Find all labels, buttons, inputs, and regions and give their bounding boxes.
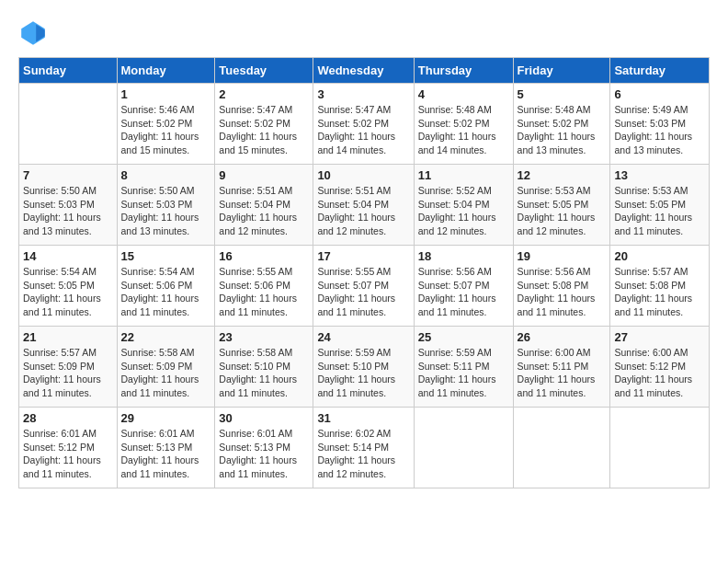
day-number: 23: [219, 330, 309, 344]
day-info: Sunrise: 5:58 AMSunset: 5:10 PMDaylight:…: [219, 346, 309, 400]
day-number: 31: [317, 411, 409, 425]
day-number: 1: [121, 87, 211, 101]
day-info: Sunrise: 5:54 AMSunset: 5:05 PMDaylight:…: [23, 265, 113, 319]
week-row-5: 28Sunrise: 6:01 AMSunset: 5:12 PMDayligh…: [19, 408, 710, 488]
day-cell: [414, 408, 513, 488]
day-cell: 4Sunrise: 5:48 AMSunset: 5:02 PMDaylight…: [414, 84, 513, 165]
day-number: 7: [23, 168, 113, 182]
day-cell: 6Sunrise: 5:49 AMSunset: 5:03 PMDaylight…: [610, 84, 710, 165]
day-info: Sunrise: 5:59 AMSunset: 5:11 PMDaylight:…: [418, 346, 509, 400]
day-info: Sunrise: 5:57 AMSunset: 5:08 PMDaylight:…: [614, 265, 705, 319]
weekday-row: SundayMondayTuesdayWednesdayThursdayFrid…: [19, 58, 710, 84]
day-info: Sunrise: 5:48 AMSunset: 5:02 PMDaylight:…: [518, 103, 607, 157]
day-info: Sunrise: 6:02 AMSunset: 5:14 PMDaylight:…: [317, 427, 409, 481]
day-cell: 1Sunrise: 5:46 AMSunset: 5:02 PMDaylight…: [117, 84, 215, 165]
day-number: 27: [614, 330, 705, 344]
day-number: 6: [614, 87, 705, 101]
day-number: 18: [418, 249, 509, 263]
weekday-header-friday: Friday: [513, 58, 610, 84]
day-info: Sunrise: 5:51 AMSunset: 5:04 PMDaylight:…: [317, 184, 409, 238]
day-number: 11: [418, 168, 509, 182]
day-number: 12: [518, 168, 607, 182]
day-cell: 9Sunrise: 5:51 AMSunset: 5:04 PMDaylight…: [215, 165, 313, 246]
day-cell: 30Sunrise: 6:01 AMSunset: 5:13 PMDayligh…: [215, 408, 313, 488]
day-cell: 25Sunrise: 5:59 AMSunset: 5:11 PMDayligh…: [414, 327, 513, 408]
day-cell: 17Sunrise: 5:55 AMSunset: 5:07 PMDayligh…: [313, 246, 414, 327]
day-number: 20: [614, 249, 705, 263]
day-info: Sunrise: 5:49 AMSunset: 5:03 PMDaylight:…: [614, 103, 705, 157]
day-info: Sunrise: 6:00 AMSunset: 5:12 PMDaylight:…: [614, 346, 705, 400]
day-cell: 22Sunrise: 5:58 AMSunset: 5:09 PMDayligh…: [117, 327, 215, 408]
day-info: Sunrise: 6:01 AMSunset: 5:13 PMDaylight:…: [121, 427, 211, 481]
calendar-table: SundayMondayTuesdayWednesdayThursdayFrid…: [18, 57, 710, 488]
day-number: 28: [23, 411, 113, 425]
day-cell: [610, 408, 710, 488]
day-cell: 14Sunrise: 5:54 AMSunset: 5:05 PMDayligh…: [19, 246, 118, 327]
day-number: 29: [121, 411, 211, 425]
day-number: 25: [418, 330, 509, 344]
week-row-1: 1Sunrise: 5:46 AMSunset: 5:02 PMDaylight…: [19, 84, 710, 165]
day-info: Sunrise: 6:01 AMSunset: 5:13 PMDaylight:…: [219, 427, 309, 481]
day-info: Sunrise: 5:54 AMSunset: 5:06 PMDaylight:…: [121, 265, 211, 319]
day-number: 9: [219, 168, 309, 182]
calendar-body: 1Sunrise: 5:46 AMSunset: 5:02 PMDaylight…: [19, 84, 710, 488]
weekday-header-saturday: Saturday: [610, 58, 710, 84]
weekday-header-monday: Monday: [117, 58, 215, 84]
day-number: 30: [219, 411, 309, 425]
day-cell: 15Sunrise: 5:54 AMSunset: 5:06 PMDayligh…: [117, 246, 215, 327]
day-cell: 26Sunrise: 6:00 AMSunset: 5:11 PMDayligh…: [513, 327, 610, 408]
logo-icon: [18, 18, 48, 48]
day-info: Sunrise: 6:01 AMSunset: 5:12 PMDaylight:…: [23, 427, 113, 481]
day-info: Sunrise: 5:53 AMSunset: 5:05 PMDaylight:…: [614, 184, 705, 238]
day-cell: 7Sunrise: 5:50 AMSunset: 5:03 PMDaylight…: [19, 165, 118, 246]
day-number: 8: [121, 168, 211, 182]
day-cell: 31Sunrise: 6:02 AMSunset: 5:14 PMDayligh…: [313, 408, 414, 488]
day-info: Sunrise: 5:46 AMSunset: 5:02 PMDaylight:…: [121, 103, 211, 157]
day-info: Sunrise: 5:59 AMSunset: 5:10 PMDaylight:…: [317, 346, 409, 400]
day-cell: 18Sunrise: 5:56 AMSunset: 5:07 PMDayligh…: [414, 246, 513, 327]
day-info: Sunrise: 6:00 AMSunset: 5:11 PMDaylight:…: [518, 346, 607, 400]
day-info: Sunrise: 5:56 AMSunset: 5:07 PMDaylight:…: [418, 265, 509, 319]
day-info: Sunrise: 5:48 AMSunset: 5:02 PMDaylight:…: [418, 103, 509, 157]
day-number: 19: [518, 249, 607, 263]
day-number: 13: [614, 168, 705, 182]
day-number: 22: [121, 330, 211, 344]
day-cell: 3Sunrise: 5:47 AMSunset: 5:02 PMDaylight…: [313, 84, 414, 165]
page: SundayMondayTuesdayWednesdayThursdayFrid…: [0, 0, 728, 563]
day-number: 3: [317, 87, 409, 101]
day-cell: 23Sunrise: 5:58 AMSunset: 5:10 PMDayligh…: [215, 327, 313, 408]
logo: [18, 18, 51, 48]
day-info: Sunrise: 5:53 AMSunset: 5:05 PMDaylight:…: [518, 184, 607, 238]
day-number: 21: [23, 330, 113, 344]
day-cell: 24Sunrise: 5:59 AMSunset: 5:10 PMDayligh…: [313, 327, 414, 408]
day-info: Sunrise: 5:56 AMSunset: 5:08 PMDaylight:…: [518, 265, 607, 319]
day-info: Sunrise: 5:55 AMSunset: 5:07 PMDaylight:…: [317, 265, 409, 319]
day-cell: 27Sunrise: 6:00 AMSunset: 5:12 PMDayligh…: [610, 327, 710, 408]
day-info: Sunrise: 5:52 AMSunset: 5:04 PMDaylight:…: [418, 184, 509, 238]
day-number: 14: [23, 249, 113, 263]
day-info: Sunrise: 5:57 AMSunset: 5:09 PMDaylight:…: [23, 346, 113, 400]
day-number: 5: [518, 87, 607, 101]
day-info: Sunrise: 5:50 AMSunset: 5:03 PMDaylight:…: [121, 184, 211, 238]
day-number: 2: [219, 87, 309, 101]
weekday-header-tuesday: Tuesday: [215, 58, 313, 84]
day-info: Sunrise: 5:47 AMSunset: 5:02 PMDaylight:…: [219, 103, 309, 157]
header: [18, 18, 710, 48]
day-cell: 11Sunrise: 5:52 AMSunset: 5:04 PMDayligh…: [414, 165, 513, 246]
week-row-3: 14Sunrise: 5:54 AMSunset: 5:05 PMDayligh…: [19, 246, 710, 327]
day-number: 10: [317, 168, 409, 182]
day-info: Sunrise: 5:58 AMSunset: 5:09 PMDaylight:…: [121, 346, 211, 400]
day-cell: 28Sunrise: 6:01 AMSunset: 5:12 PMDayligh…: [19, 408, 118, 488]
day-cell: 16Sunrise: 5:55 AMSunset: 5:06 PMDayligh…: [215, 246, 313, 327]
day-cell: 29Sunrise: 6:01 AMSunset: 5:13 PMDayligh…: [117, 408, 215, 488]
day-cell: 5Sunrise: 5:48 AMSunset: 5:02 PMDaylight…: [513, 84, 610, 165]
weekday-header-wednesday: Wednesday: [313, 58, 414, 84]
day-cell: 12Sunrise: 5:53 AMSunset: 5:05 PMDayligh…: [513, 165, 610, 246]
day-cell: 2Sunrise: 5:47 AMSunset: 5:02 PMDaylight…: [215, 84, 313, 165]
week-row-4: 21Sunrise: 5:57 AMSunset: 5:09 PMDayligh…: [19, 327, 710, 408]
day-number: 24: [317, 330, 409, 344]
day-cell: 8Sunrise: 5:50 AMSunset: 5:03 PMDaylight…: [117, 165, 215, 246]
day-number: 17: [317, 249, 409, 263]
day-cell: 19Sunrise: 5:56 AMSunset: 5:08 PMDayligh…: [513, 246, 610, 327]
day-cell: 13Sunrise: 5:53 AMSunset: 5:05 PMDayligh…: [610, 165, 710, 246]
